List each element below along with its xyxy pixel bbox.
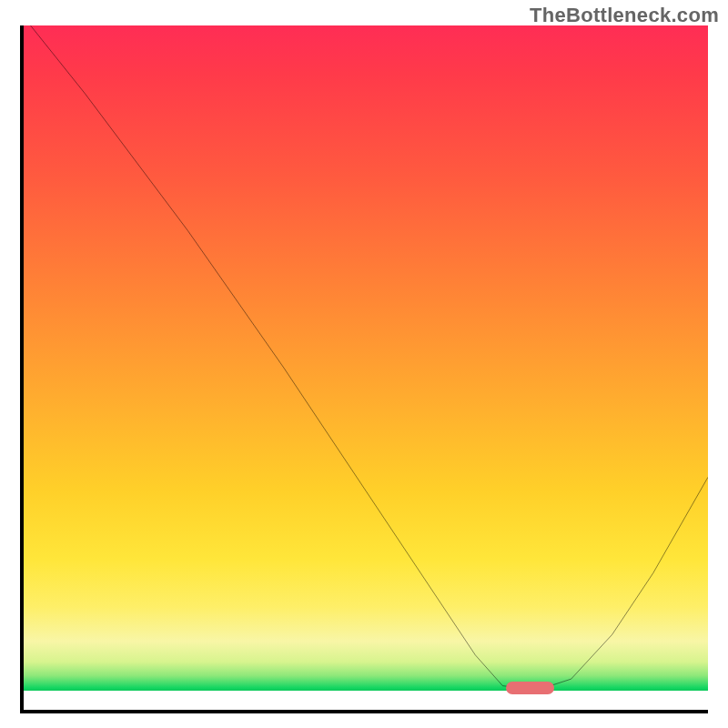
plot-area xyxy=(20,25,708,713)
optimal-range-marker xyxy=(506,682,554,694)
watermark-text: TheBottleneck.com xyxy=(530,4,719,27)
chart-container: TheBottleneck.com xyxy=(0,0,728,728)
background-gradient xyxy=(24,25,708,710)
